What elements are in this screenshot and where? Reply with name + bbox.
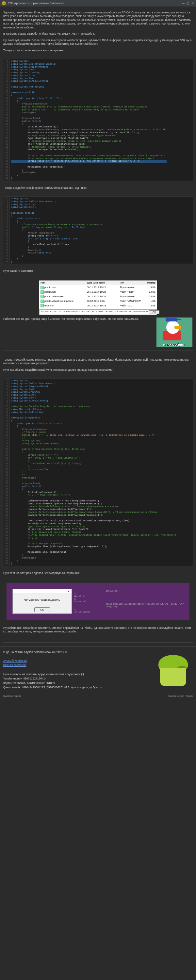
intro-p2: В качестве среды разработки буду юзать V… — [3, 32, 193, 36]
msg-close-icon[interactable]: ✕ — [67, 590, 70, 593]
app-icon: J — [2, 1, 6, 5]
title-bar: J CSharpLesson - портирование библиотек … — [0, 0, 196, 7]
meme-image: И ТАК СОЙДЕТ! — [156, 317, 193, 347]
result-text: 2075207221522176219064218820802160210821… — [41, 310, 149, 314]
file-row[interactable]: portlib.pdb06.11.2014 19:21Файл "PDB"22 … — [39, 290, 157, 294]
text-5: Теперь, пожалуй, самое вкусное, преврати… — [3, 358, 193, 366]
col-date[interactable]: Дата изменения — [86, 281, 119, 285]
code-block-1: 1234567891011121314151617181920212223242… — [3, 59, 193, 181]
meme-caption: И ТАК СОЙДЕТ! — [156, 343, 193, 346]
result-dialog: 2075207221522176219064218820802160210821… — [39, 309, 157, 315]
contacts-head: И да, на всякий случай оставлю свои конт… — [3, 650, 102, 655]
text-6: Ну и как обычно создайте новый WinForm п… — [3, 368, 193, 372]
file-row[interactable]: portlib.vshost.exe.manifest06.06.2012 2:… — [39, 299, 157, 304]
window-title: CSharpLesson - портирование библиотек — [8, 2, 182, 5]
contacts-sber: Карта Сбербанка: 676196000331661869 — [3, 681, 102, 686]
text-7: Ну и тест, на этот раз я сделал необходи… — [3, 571, 193, 575]
footer-author: Кулагин Юрий — [3, 695, 21, 697]
cupcake-image — [153, 650, 193, 689]
col-type[interactable]: Тип — [119, 281, 143, 285]
col-name[interactable]: Имя — [39, 281, 86, 285]
messagebox: ✕ ЧетыреПятьТриШестьДевять OK — [13, 589, 72, 614]
code-block-2: 1234567891011121314151617181920212223 us… — [3, 196, 193, 264]
contacts-vk[interactable]: http://vk.com/jk98v — [3, 663, 26, 667]
ok-button[interactable]: OK — [149, 310, 159, 314]
intro-p4: Теперь скрин со всем кодом и комментария… — [3, 49, 193, 52]
intro-p3: Ну, пожалуй, начнём. После того как вы с… — [3, 38, 193, 46]
file-explorer: Имя Дата изменения Тип Размер portlib.ex… — [39, 280, 157, 315]
close-icon[interactable]: ✕ — [191, 2, 194, 5]
minimize-icon[interactable]: — — [182, 2, 185, 5]
footer-right: Сделано для Pikabu — [168, 695, 193, 697]
col-size[interactable]: Размер — [143, 281, 157, 285]
contacts-yandex: Yandex-money: 410011915180414 — [3, 676, 102, 681]
file-header-row: Имя Дата изменения Тип Размер — [39, 281, 157, 285]
text-4: Работает всё на ура, правда надо было ко… — [3, 317, 153, 321]
intro-p1: Здравия, пикабушники. Итак, недавно натк… — [3, 11, 193, 29]
msg-ok-button[interactable]: OK — [34, 607, 50, 612]
text-3: Ну и давайте затестим: — [3, 269, 193, 273]
intro-text: Здравия, пикабушники. Итак, недавно натк… — [0, 7, 196, 57]
contacts-section: И да, на всякий случай оставлю свои конт… — [0, 646, 196, 693]
contacts-qiwi: Qiwi кошелёк: 489049429804123 (891650082… — [3, 685, 102, 690]
contacts-support: Ну и контакты на пожрать, вдруг кто-то з… — [3, 672, 102, 677]
text-2: Теперь создайте новый проект «Библиотека… — [3, 186, 193, 190]
file-row[interactable]: testlib.dll06.11.2014 19:19Файл "DLL"5 К… — [39, 304, 157, 308]
msg-text: ЧетыреПятьТриШестьДевять — [13, 594, 72, 606]
text-8: Ну собсна всё, спасибо за просмотр. Это … — [3, 626, 193, 634]
code-block-3: 1234567891011121314151617181920212223242… — [3, 378, 193, 566]
file-row[interactable]: portlib.exe06.11.2014 19:21Приложение9 К… — [39, 285, 157, 290]
maximize-icon[interactable]: ▢ — [186, 2, 190, 5]
contacts-email[interactable]: JK98V@Yandex.ru — [3, 659, 27, 662]
file-row[interactable]: portlib.vshost.exe06.11.2014 19:24Прилож… — [39, 294, 157, 299]
code-behind-dialog: .amSource(); -- ain.dt(); ); instance();… — [72, 590, 184, 613]
messagebox-screenshot: ✕ ЧетыреПятьТриШестьДевять OK .amSource(… — [0, 583, 196, 620]
